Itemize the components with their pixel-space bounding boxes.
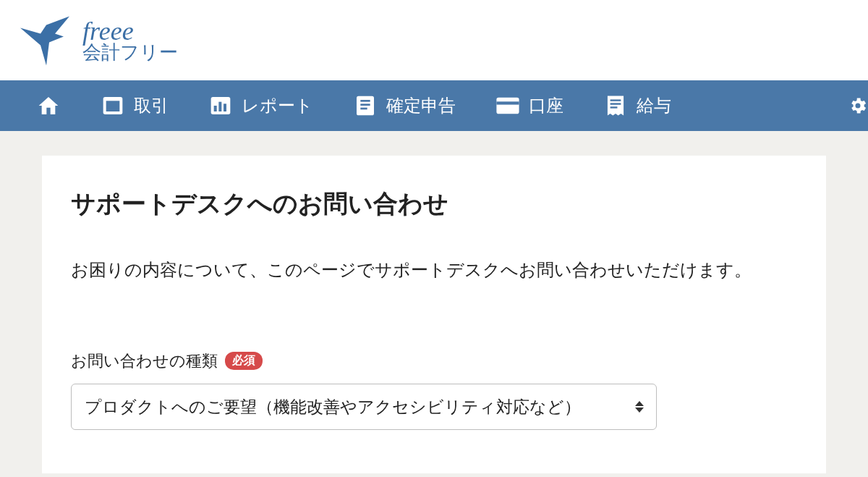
nav-accounts[interactable]: 口座 (495, 93, 563, 118)
logo-text: freee 会計フリー (82, 15, 178, 64)
receipt-icon (603, 93, 628, 118)
panel-icon (101, 93, 125, 118)
card-icon (495, 93, 520, 118)
inquiry-type-label-row: お問い合わせの種類 必須 (71, 350, 797, 372)
main-nav: 取引 レポート 確定申告 口座 給与 (0, 80, 868, 131)
svg-rect-7 (360, 100, 370, 102)
nav-home[interactable] (36, 93, 61, 118)
page-title: サポートデスクへのお問い合わせ (71, 187, 797, 221)
svg-rect-4 (218, 102, 221, 111)
page-description: お困りの内容について、このページでサポートデスクへお問い合わせいただけます。 (71, 256, 797, 285)
nav-transactions[interactable]: 取引 (101, 93, 169, 118)
svg-rect-14 (610, 106, 618, 108)
svg-rect-3 (214, 106, 217, 111)
svg-point-15 (856, 104, 861, 109)
svg-rect-9 (360, 108, 367, 110)
nav-tax-return[interactable]: 確定申告 (353, 93, 456, 118)
content-card: サポートデスクへのお問い合わせ お困りの内容について、このページでサポートデスク… (42, 156, 826, 473)
nav-label: 取引 (134, 94, 169, 117)
bird-icon (14, 9, 72, 70)
svg-rect-5 (224, 104, 226, 111)
svg-rect-1 (106, 101, 120, 111)
home-icon (36, 93, 61, 118)
chart-icon (208, 93, 233, 118)
header-logo-area: freee 会計フリー (0, 0, 868, 80)
gear-icon (848, 93, 868, 119)
nav-settings[interactable] (848, 93, 868, 119)
svg-rect-11 (496, 101, 519, 104)
required-badge: 必須 (225, 352, 263, 370)
logo[interactable]: freee 会計フリー (14, 9, 178, 70)
nav-payroll[interactable]: 給与 (603, 93, 671, 118)
svg-rect-10 (496, 98, 519, 114)
inquiry-type-label: お問い合わせの種類 (71, 350, 218, 372)
logo-script: freee (82, 18, 178, 44)
svg-rect-13 (610, 103, 621, 104)
document-icon (353, 93, 378, 118)
nav-label: 確定申告 (386, 94, 456, 117)
nav-label: 口座 (529, 94, 563, 117)
inquiry-type-select[interactable]: プロダクトへのご要望（機能改善やアクセシビリティ対応など） (71, 384, 657, 430)
nav-label: レポート (242, 94, 313, 117)
nav-reports[interactable]: レポート (208, 93, 313, 118)
nav-label: 給与 (637, 94, 671, 117)
inquiry-type-select-wrap: プロダクトへのご要望（機能改善やアクセシビリティ対応など） (71, 384, 657, 430)
svg-rect-8 (360, 104, 370, 106)
svg-rect-12 (610, 99, 621, 101)
